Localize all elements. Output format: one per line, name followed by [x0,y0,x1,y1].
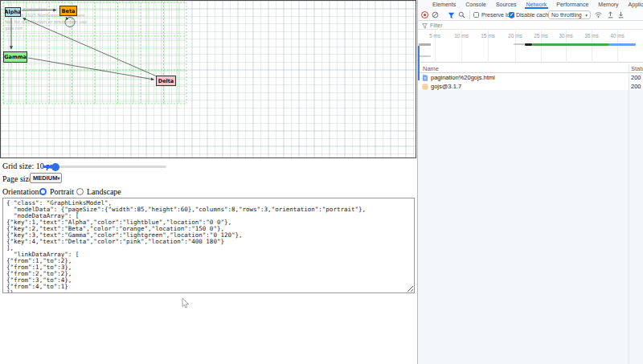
waterfall-bar-script [609,43,636,46]
tick-label: 40 ms [610,33,625,39]
radio-portrait[interactable] [39,188,47,195]
grid-size-slider-thumb[interactable] [51,163,59,171]
import-har-icon[interactable] [607,11,614,18]
tab-application[interactable]: Application [624,0,643,9]
radio-landscape[interactable] [76,188,84,195]
preserve-log-checkbox[interactable] [473,12,479,18]
radio-landscape-label[interactable]: Landscape [87,187,121,196]
request-status: 200 [631,73,641,82]
tab-console[interactable]: Console [461,0,491,9]
node-beta[interactable]: Beta [59,6,77,16]
link-beta-self [65,18,75,27]
node-alpha[interactable]: Alpha [5,7,21,17]
network-conditions-icon[interactable] [595,11,602,18]
filter-input[interactable]: Filter [430,21,443,30]
request-name: pagination%20gojs.html [431,73,495,82]
search-icon[interactable] [458,11,465,18]
chevron-down-icon: ▾ [585,13,588,18]
devtools-tab-strip: Elements Console Sources Network Perform… [418,0,643,9]
timeline-overview[interactable]: 5 ms 10 ms 15 ms 20 ms 25 ms 30 ms 35 ms… [418,30,643,63]
record-icon[interactable] [421,11,428,18]
script-icon [422,84,428,90]
tab-memory[interactable]: Memory [593,0,623,9]
tab-sources[interactable]: Sources [491,0,522,9]
disable-cache-label[interactable]: Disable cache [516,9,551,21]
column-header-name[interactable]: Name [423,65,439,73]
tick-label: 5 ms [429,33,440,39]
grid-size-slider[interactable] [43,166,166,168]
tick-label: 10 ms [454,33,469,39]
chevron-down-icon: ▾ [57,175,59,181]
radio-portrait-label[interactable]: Portrait [50,187,74,196]
tick-label: 20 ms [508,33,522,39]
filter-bar: Filter [418,21,643,30]
node-gamma[interactable]: Gamma [3,51,27,63]
export-har-icon[interactable] [617,11,625,18]
disable-cache-checkbox[interactable]: ✓ [509,12,514,18]
overview-selection-marker [418,46,420,80]
model-json-textarea[interactable]: { "class": "GraphLinksModel", "modelData… [2,198,415,293]
page-size-value: MEDIUM [33,174,57,182]
screenshot-root: evaluation (c) 1998-2025 Northwoods Soft… [0,0,643,364]
tab-network[interactable]: Network [522,0,552,9]
throttling-value: No throttling [551,12,582,18]
waterfall-bar-content [532,43,609,46]
clear-icon[interactable] [432,11,439,18]
document-icon [422,75,428,81]
requests-table-header: Name Status [418,65,643,73]
tick-label: 15 ms [481,33,495,39]
requests-empty-area [418,90,643,364]
waterfall-bar-waiting [514,43,525,45]
column-header-status[interactable]: Status [631,65,643,73]
orientation-label: Orientation: [2,187,41,196]
page-size-select[interactable]: MEDIUM ▾ [30,173,62,183]
link-delta-alpha [23,18,158,77]
waterfall-bar-blocked [525,43,532,46]
mouse-cursor-icon [182,298,190,309]
filter-icon[interactable] [448,12,455,19]
waterfall-bar-secondary [419,55,431,57]
tab-elements[interactable]: Elements [428,0,461,9]
devtools-panel: Elements Console Sources Network Perform… [417,0,643,364]
tick-label: 35 ms [584,33,599,39]
request-row[interactable]: pagination%20gojs.html 200 [418,73,643,82]
diagram-canvas[interactable]: evaluation (c) 1998-2025 Northwoods Soft… [0,0,416,158]
waterfall-bar-html [419,43,431,46]
toolbar-divider [469,10,470,19]
diagram-links [1,1,416,157]
tab-performance[interactable]: Performance [551,0,593,9]
tick-label: 30 ms [559,33,573,39]
link-alpha-beta [22,10,56,11]
status-column-divider[interactable] [629,65,629,364]
link-gamma-delta [28,58,154,80]
throttling-select[interactable]: No throttling ▾ [548,10,591,19]
node-delta[interactable]: Delta [156,76,176,86]
tick-label: 25 ms [534,33,548,39]
network-toolbar: Preserve log ✓ Disable cache No throttli… [418,9,643,21]
filter-input-icon [422,23,428,29]
